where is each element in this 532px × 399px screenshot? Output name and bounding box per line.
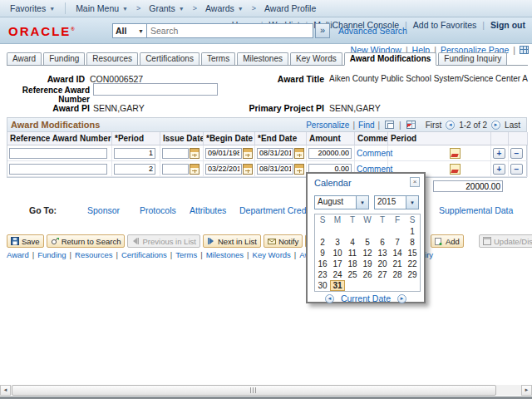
tab-award-modifications[interactable]: Award Modifications bbox=[344, 52, 437, 66]
scrollbar-thumb[interactable] bbox=[12, 385, 496, 396]
footer-link-certifications[interactable]: Certifications bbox=[121, 250, 175, 259]
add-row-button[interactable]: + bbox=[493, 148, 505, 159]
tab-funding-inquiry[interactable]: Funding Inquiry bbox=[438, 52, 507, 65]
breadcrumb-main-menu[interactable]: Main Menu ▼ bbox=[72, 3, 131, 13]
calendar-day[interactable]: 19 bbox=[360, 259, 375, 269]
period-detail-icon[interactable] bbox=[450, 164, 461, 175]
previous-in-list-button[interactable]: Previous in List bbox=[127, 234, 200, 248]
tab-funding[interactable]: Funding bbox=[43, 52, 85, 65]
find-link[interactable]: Find bbox=[358, 121, 374, 130]
delete-row-button[interactable]: − bbox=[510, 164, 523, 175]
period-detail-icon[interactable] bbox=[450, 148, 461, 159]
calendar-day[interactable]: 1 bbox=[405, 226, 420, 237]
calendar-day[interactable]: 12 bbox=[360, 248, 375, 259]
calendar-picker-icon[interactable] bbox=[190, 164, 200, 175]
month-select[interactable]: August ▼ bbox=[314, 195, 369, 209]
calendar-day[interactable]: 14 bbox=[390, 248, 405, 259]
reference-input[interactable] bbox=[9, 148, 107, 159]
calendar-day[interactable]: 31 bbox=[330, 280, 345, 291]
update-display-button[interactable]: Update/Display bbox=[479, 234, 532, 248]
year-select[interactable]: 2015 ▼ bbox=[374, 195, 419, 209]
calendar-day[interactable]: 27 bbox=[375, 269, 390, 280]
tab-award[interactable]: Award bbox=[7, 52, 42, 65]
tab-terms[interactable]: Terms bbox=[201, 52, 235, 65]
scroll-left-icon[interactable]: ◄ bbox=[0, 385, 11, 396]
period-input[interactable] bbox=[114, 164, 155, 175]
reference-award-number-input[interactable] bbox=[93, 83, 218, 96]
tab-key-words[interactable]: Key Words bbox=[290, 52, 342, 65]
breadcrumb-award-profile[interactable]: Award Profile bbox=[261, 3, 319, 13]
chevron-down-icon[interactable]: ▼ bbox=[406, 195, 419, 209]
add-button[interactable]: Add bbox=[431, 234, 464, 248]
issue-date-input[interactable] bbox=[162, 164, 189, 175]
calendar-picker-icon[interactable] bbox=[294, 148, 304, 159]
calendar-day[interactable]: 7 bbox=[390, 237, 405, 248]
period-input[interactable] bbox=[114, 148, 155, 159]
save-button[interactable]: Save bbox=[7, 234, 44, 248]
calendar-day[interactable]: 11 bbox=[345, 248, 360, 259]
calendar-day[interactable]: 16 bbox=[315, 259, 330, 269]
add-to-favorites-link[interactable]: Add to Favorites bbox=[413, 20, 490, 30]
amount-input[interactable] bbox=[308, 148, 352, 159]
calendar-day[interactable]: 15 bbox=[405, 248, 420, 259]
search-input[interactable] bbox=[147, 23, 313, 38]
personalize-link[interactable]: Personalize bbox=[306, 121, 349, 130]
calendar-day[interactable]: 30 bbox=[315, 280, 330, 291]
footer-link-award[interactable]: Award bbox=[7, 250, 37, 259]
supplemental-data-link[interactable]: Supplemental Data bbox=[439, 205, 513, 215]
search-scope-dropdown[interactable]: All ▼ bbox=[112, 23, 147, 38]
download-grid-icon[interactable] bbox=[406, 121, 416, 129]
calendar-day[interactable]: 18 bbox=[345, 259, 360, 269]
return-to-search-button[interactable]: Return to Search bbox=[47, 234, 126, 248]
footer-link-terms[interactable]: Terms bbox=[175, 250, 205, 259]
total-amount-input[interactable] bbox=[433, 180, 503, 192]
chevron-down-icon[interactable]: ▼ bbox=[357, 195, 369, 209]
comment-link[interactable]: Comment bbox=[357, 149, 392, 158]
goto-sponsor-link[interactable]: Sponsor bbox=[87, 205, 120, 215]
calendar-day[interactable]: 8 bbox=[405, 237, 420, 248]
end-date-input[interactable] bbox=[257, 164, 293, 175]
begin-date-input[interactable] bbox=[205, 148, 242, 159]
goto-department-credit-link[interactable]: Department Credit bbox=[239, 205, 311, 215]
breadcrumb-grants[interactable]: Grants ▼ bbox=[145, 3, 187, 13]
calendar-day[interactable]: 5 bbox=[360, 237, 375, 248]
calendar-day[interactable]: 3 bbox=[330, 237, 345, 248]
calendar-day[interactable]: 20 bbox=[375, 259, 390, 269]
begin-date-input[interactable] bbox=[205, 164, 242, 175]
scroll-right-icon[interactable]: ► bbox=[521, 385, 532, 396]
add-row-button[interactable]: + bbox=[493, 164, 505, 175]
calendar-day[interactable]: 23 bbox=[315, 269, 330, 280]
next-month-icon[interactable]: ► bbox=[397, 294, 406, 303]
goto-attributes-link[interactable]: Attributes bbox=[190, 205, 226, 215]
reference-input[interactable] bbox=[9, 164, 107, 175]
issue-date-input[interactable] bbox=[162, 148, 189, 159]
close-icon[interactable]: × bbox=[410, 177, 420, 187]
footer-link-funding[interactable]: Funding bbox=[37, 250, 75, 259]
calendar-day[interactable]: 26 bbox=[360, 269, 375, 280]
sign-out-link[interactable]: Sign out bbox=[490, 20, 525, 30]
search-go-button[interactable]: » bbox=[315, 23, 330, 38]
tab-resources[interactable]: Resources bbox=[86, 52, 138, 65]
calendar-picker-icon[interactable] bbox=[294, 164, 304, 175]
calendar-picker-icon[interactable] bbox=[243, 148, 253, 159]
footer-link-key-words[interactable]: Key Words bbox=[253, 250, 300, 259]
goto-protocols-link[interactable]: Protocols bbox=[140, 205, 176, 215]
next-rows-icon[interactable]: ► bbox=[491, 121, 500, 130]
calendar-picker-icon[interactable] bbox=[243, 164, 253, 175]
calendar-day[interactable]: 9 bbox=[315, 248, 330, 259]
calendar-day[interactable]: 6 bbox=[375, 237, 390, 248]
delete-row-button[interactable]: − bbox=[510, 148, 523, 159]
calendar-day[interactable]: 24 bbox=[330, 269, 345, 280]
notify-button[interactable]: Notify bbox=[264, 234, 303, 248]
end-date-input[interactable] bbox=[257, 148, 293, 159]
tab-certifications[interactable]: Certifications bbox=[140, 52, 200, 65]
footer-link-milestones[interactable]: Milestones bbox=[206, 250, 253, 259]
footer-link-resources[interactable]: Resources bbox=[75, 250, 121, 259]
previous-rows-icon[interactable]: ◄ bbox=[446, 121, 455, 130]
tab-milestones[interactable]: Milestones bbox=[237, 52, 288, 65]
horizontal-scrollbar[interactable]: ◄ ► bbox=[0, 385, 532, 396]
breadcrumb-favorites[interactable]: Favorites ▼ bbox=[7, 3, 58, 13]
calendar-day[interactable]: 2 bbox=[315, 237, 330, 248]
calendar-day[interactable]: 28 bbox=[390, 269, 405, 280]
calendar-day[interactable]: 13 bbox=[375, 248, 390, 259]
